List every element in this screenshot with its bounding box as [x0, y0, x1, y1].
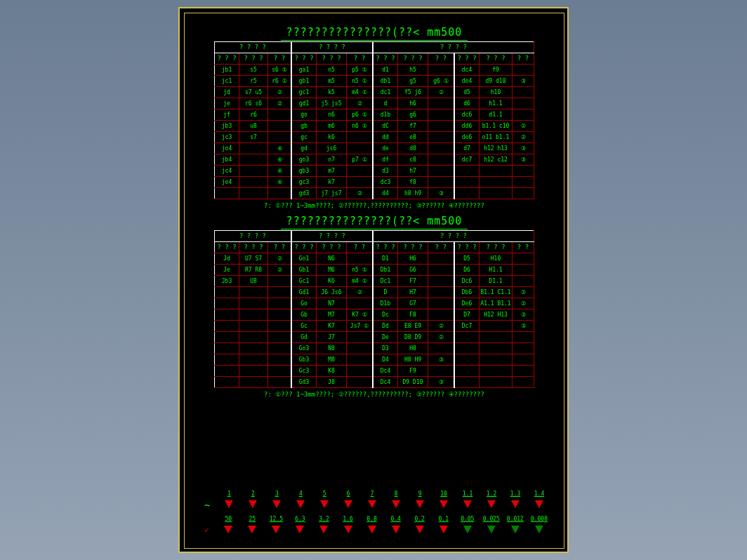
cell: D1	[373, 253, 398, 265]
cell: g6	[398, 109, 428, 121]
cell	[454, 188, 480, 199]
cell: D8 D9	[398, 332, 428, 343]
triangle-icon: 9	[415, 500, 425, 511]
cell: je4	[215, 177, 239, 188]
cell	[268, 321, 292, 332]
triangle-icon: 10	[439, 500, 449, 511]
cell: ④	[268, 177, 292, 188]
cell	[239, 332, 268, 343]
cell: n6	[317, 109, 347, 121]
cell: u8	[239, 121, 268, 132]
cell: f7	[398, 121, 428, 132]
cell	[513, 354, 534, 366]
cell: g5	[398, 76, 428, 87]
triangle-icon: 1.1	[463, 500, 472, 511]
cell: r6	[239, 109, 268, 121]
triangle-icon: 0.025	[487, 525, 496, 535]
triangle-icon: 0.05	[463, 525, 472, 535]
title-1: ???????????????(??< mm500	[185, 26, 564, 39]
triangle-icon: 1.2	[487, 500, 496, 511]
cell	[480, 166, 513, 177]
cell: ②	[513, 132, 534, 143]
cell: Dc	[373, 309, 398, 321]
cell: jc3	[215, 132, 239, 143]
cell: dd	[373, 132, 398, 143]
cell: E8 E9	[398, 321, 428, 332]
cell: dC	[373, 121, 398, 132]
triangle-icon: 5	[319, 500, 329, 511]
cell	[268, 377, 292, 388]
check-icon: ✓	[204, 525, 209, 535]
cell	[454, 166, 480, 177]
cell	[347, 177, 374, 188]
cell	[215, 332, 239, 343]
cell	[215, 287, 239, 298]
cell	[428, 309, 455, 321]
cell: p7 ①	[347, 154, 374, 166]
cell	[513, 98, 534, 109]
cell: s5	[239, 65, 268, 76]
cell: h12 h13	[480, 143, 513, 154]
cell	[454, 366, 480, 377]
cell	[239, 154, 268, 166]
cell: f8	[398, 177, 428, 188]
triangle-icon: 12.5	[271, 525, 281, 535]
cell: K8	[317, 366, 347, 377]
cell	[347, 377, 374, 388]
title-2: ???????????????(??< mm500	[185, 215, 564, 227]
cell: H8 H9	[398, 354, 428, 366]
cell: d3	[373, 166, 398, 177]
cell: r6 ①	[268, 76, 292, 87]
cell: go3	[291, 154, 317, 166]
cell: N7	[317, 298, 347, 309]
triangle-icon: 0.4	[391, 525, 401, 535]
cell: Db6	[454, 287, 480, 298]
cell: N6	[317, 253, 347, 265]
cell	[268, 366, 292, 377]
cell: ②	[513, 287, 534, 298]
cell: ②	[347, 98, 374, 109]
cell	[268, 132, 292, 143]
cell: n5	[317, 65, 347, 76]
cell: h5	[398, 65, 428, 76]
cell: Gc	[291, 321, 317, 332]
cell	[268, 287, 292, 298]
cell	[268, 343, 292, 354]
cell: D	[373, 287, 398, 298]
cell: gd3	[291, 188, 317, 199]
cell	[480, 188, 513, 199]
cell	[428, 265, 455, 276]
cell: df	[373, 154, 398, 166]
cell: b1.1 c10	[480, 121, 513, 132]
cell	[347, 132, 374, 143]
cell	[428, 109, 455, 121]
cell	[480, 343, 513, 354]
cell: m5	[317, 76, 347, 87]
cell: h12 c12	[480, 154, 513, 166]
cell: H6	[398, 253, 428, 265]
cell: J6 Js6	[317, 287, 347, 298]
cell	[239, 321, 268, 332]
cell: de6	[454, 132, 480, 143]
cell: go	[291, 109, 317, 121]
cell	[215, 366, 239, 377]
cell: M6	[317, 265, 347, 276]
cell	[239, 287, 268, 298]
cell: D1b	[373, 298, 398, 309]
cell	[239, 143, 268, 154]
cell: U7 S7	[239, 253, 268, 265]
cell	[480, 332, 513, 343]
cell	[480, 377, 513, 388]
cell	[347, 343, 374, 354]
cell	[428, 287, 455, 298]
cell	[215, 343, 239, 354]
cell: A1.1 B1.1	[480, 298, 513, 309]
cell: ③	[428, 188, 455, 199]
cell	[480, 354, 513, 366]
cell	[347, 143, 374, 154]
cell: j7 js7	[317, 188, 347, 199]
cell	[428, 276, 455, 287]
cell	[480, 366, 513, 377]
cell: Gd	[291, 332, 317, 343]
tolerance-table-2: ? ? ? ?? ? ? ?? ? ? ?? ? ?? ? ?? ?? ? ??…	[214, 230, 534, 388]
